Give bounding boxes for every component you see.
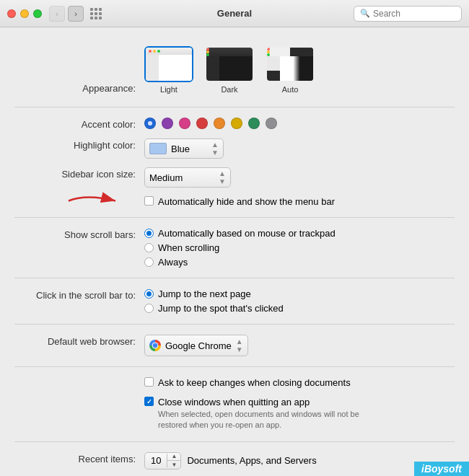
menu-bar-control: Automatically hide and show the menu bar [144, 196, 455, 207]
divider-3 [14, 278, 455, 278]
main-content: Appearance: Light [0, 27, 469, 476]
grid-icon [90, 8, 102, 19]
scroll-bars-control: Automatically based on mouse or trackpad… [144, 228, 455, 268]
appearance-label: Appearance: [14, 81, 144, 94]
scroll-always-radio[interactable] [144, 257, 154, 267]
closing-docs-label: Ask to keep changes when closing documen… [158, 377, 351, 388]
titlebar: ‹ › General 🔍 [0, 0, 469, 27]
appearance-dark-label: Dark [221, 85, 237, 94]
highlight-color-box[interactable]: Blue ▲▼ [144, 138, 224, 159]
menu-bar-checkbox-row: Automatically hide and show the menu bar [144, 196, 335, 207]
accent-orange[interactable] [214, 118, 225, 129]
scroll-auto-label: Automatically based on mouse or trackpad [158, 228, 336, 239]
grid-button[interactable] [88, 6, 104, 22]
browser-arrows: ▲▼ [236, 338, 243, 353]
highlight-color-row: Highlight color: Blue ▲▼ [0, 134, 469, 163]
arrow-annotation [65, 190, 130, 213]
chrome-icon [149, 340, 161, 351]
close-windows-checkbox[interactable] [144, 397, 154, 406]
menu-bar-row: Automatically hide and show the menu bar [0, 192, 469, 211]
accent-blue[interactable] [144, 118, 156, 129]
closing-docs-checkbox[interactable] [144, 377, 154, 387]
accent-color-row: Accent color: [0, 113, 469, 134]
close-button[interactable] [7, 9, 16, 18]
click-next-label: Jump to the next page [158, 288, 251, 299]
sidebar-icon-size-select[interactable]: Medium ▲▼ [144, 167, 231, 188]
recent-items-label: Recent items: [14, 452, 144, 464]
click-scroll-label: Click in the scroll bar to: [14, 288, 144, 301]
click-scroll-row: Click in the scroll bar to: Jump to the … [0, 284, 469, 318]
close-windows-label: Close windows when quitting an app [158, 397, 310, 407]
accent-green[interactable] [248, 118, 260, 129]
stepper-down[interactable]: ▼ [167, 461, 180, 469]
recent-items-row: Recent items: 10 ▲ ▼ Documents, Apps, an… [0, 448, 469, 474]
appearance-options: Light Dark [144, 46, 315, 94]
scroll-always-option: Always [144, 257, 336, 268]
browser-dropdown[interactable]: Google Chrome ▲▼ [144, 335, 248, 356]
default-browser-label: Default web browser: [14, 335, 144, 347]
appearance-auto-label: Auto [282, 85, 299, 94]
close-windows-control: Close windows when quitting an app When … [144, 397, 455, 431]
divider-1 [14, 107, 455, 107]
appearance-auto[interactable]: Auto [266, 46, 315, 94]
minimize-button[interactable] [20, 9, 29, 18]
closing-docs-control: Ask to keep changes when closing documen… [144, 377, 455, 388]
divider-4 [14, 324, 455, 325]
watermark: iBoysoft [414, 462, 469, 476]
back-button[interactable]: ‹ [49, 6, 65, 22]
default-browser-control: Google Chrome ▲▼ [144, 335, 455, 356]
forward-button[interactable]: › [68, 6, 84, 22]
search-icon: 🔍 [360, 9, 370, 18]
appearance-light-label: Light [160, 85, 177, 94]
sidebar-icon-size-row: Sidebar icon size: Medium ▲▼ [0, 163, 469, 192]
highlight-arrows: ▲▼ [211, 141, 219, 157]
stepper-buttons: ▲ ▼ [167, 453, 180, 469]
accent-color-control [144, 118, 455, 129]
highlight-color-control: Blue ▲▼ [144, 138, 455, 159]
close-windows-label-empty [14, 397, 144, 398]
highlight-swatch [149, 143, 167, 154]
closing-docs-checkbox-row: Ask to keep changes when closing documen… [144, 377, 351, 388]
close-windows-row: Close windows when quitting an app When … [0, 392, 469, 436]
appearance-light[interactable]: Light [144, 46, 193, 94]
sidebar-arrows: ▲▼ [219, 169, 226, 185]
menu-bar-checkbox[interactable] [144, 196, 154, 206]
scroll-auto-option: Automatically based on mouse or trackpad [144, 228, 336, 239]
sidebar-icon-size-value: Medium [149, 172, 183, 183]
click-spot-label: Jump to the spot that's clicked [158, 303, 284, 314]
search-box[interactable]: 🔍 [354, 6, 462, 22]
highlight-color-value: Blue [171, 144, 190, 154]
appearance-dark[interactable]: Dark [205, 46, 254, 94]
click-next-radio[interactable] [144, 289, 154, 299]
recent-items-stepper[interactable]: 10 ▲ ▼ [144, 452, 181, 470]
accent-purple[interactable] [162, 118, 173, 129]
click-next-option: Jump to the next page [144, 288, 284, 299]
accent-yellow[interactable] [231, 118, 242, 129]
appearance-control: Light Dark [144, 46, 455, 94]
divider-5 [14, 366, 455, 367]
stepper-up[interactable]: ▲ [167, 453, 180, 461]
divider-6 [14, 441, 455, 442]
appearance-light-thumb [144, 46, 193, 82]
accent-red[interactable] [196, 118, 208, 129]
recent-items-control: 10 ▲ ▼ Documents, Apps, and Servers [144, 452, 455, 470]
close-windows-note: When selected, open documents and window… [158, 409, 389, 431]
menu-bar-checkbox-label: Automatically hide and show the menu bar [158, 196, 335, 207]
highlight-color-label: Highlight color: [14, 138, 144, 151]
scroll-when-option: When scrolling [144, 242, 336, 253]
click-scroll-control: Jump to the next page Jump to the spot t… [144, 288, 455, 314]
divider-2 [14, 217, 455, 218]
click-spot-radio[interactable] [144, 304, 154, 313]
scroll-when-radio[interactable] [144, 243, 154, 252]
accent-graphite[interactable] [266, 118, 277, 129]
closing-docs-row: Ask to keep changes when closing documen… [0, 373, 469, 392]
scroll-auto-radio[interactable] [144, 229, 154, 238]
scroll-bars-radio-group: Automatically based on mouse or trackpad… [144, 228, 336, 268]
accent-colors [144, 118, 277, 129]
scroll-when-label: When scrolling [158, 242, 219, 253]
search-input[interactable] [373, 9, 455, 19]
close-windows-checkbox-row: Close windows when quitting an app [144, 397, 310, 407]
fullscreen-button[interactable] [33, 9, 42, 18]
appearance-dark-thumb [205, 46, 254, 82]
accent-pink[interactable] [179, 118, 190, 129]
